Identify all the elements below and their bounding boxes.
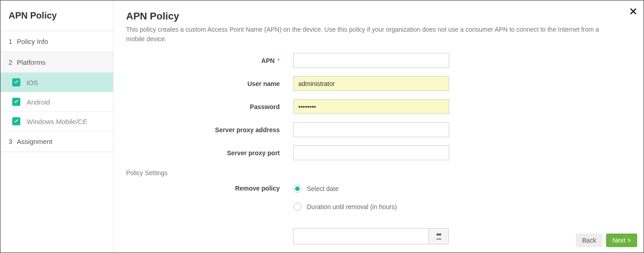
platform-ios[interactable]: iOS <box>0 73 113 92</box>
apn-label: APN * <box>126 57 293 64</box>
radio-checked-icon <box>293 185 301 193</box>
checkbox-checked-icon <box>12 98 20 106</box>
platform-windows[interactable]: Windows Mobile/CE <box>0 112 113 131</box>
step-label: Policy Info <box>17 38 48 45</box>
step-number: 2 <box>9 58 12 66</box>
apn-input[interactable] <box>293 53 449 68</box>
radio-duration[interactable]: Duration until removal (in hours) <box>293 203 449 211</box>
footer-buttons: Back Next > <box>576 234 637 247</box>
radio-label: Duration until removal (in hours) <box>307 203 397 210</box>
policy-settings-heading: Policy Settings <box>126 169 631 177</box>
radio-select-date[interactable]: Select date <box>293 185 449 193</box>
username-input[interactable] <box>293 76 449 91</box>
remove-policy-label: Remove policy <box>126 185 293 192</box>
checkbox-checked-icon <box>12 78 20 86</box>
platform-label: iOS <box>27 79 38 86</box>
next-button[interactable]: Next > <box>606 234 637 247</box>
step-platforms[interactable]: 2 Platforms <box>0 52 113 73</box>
page-title: APN Policy <box>126 10 631 22</box>
main-panel: ✕ APN Policy This policy creates a custo… <box>113 0 644 253</box>
calendar-button[interactable] <box>429 228 449 244</box>
password-input[interactable] <box>293 99 449 114</box>
checkbox-checked-icon <box>12 117 20 125</box>
step-number: 1 <box>9 38 12 45</box>
step-policy-info[interactable]: 1 Policy Info <box>0 31 113 52</box>
proxy-address-input[interactable] <box>293 122 449 137</box>
radio-unchecked-icon <box>293 203 301 211</box>
password-label: Password <box>126 103 293 110</box>
sidebar-title: APN Policy <box>0 0 113 31</box>
radio-label: Select date <box>307 185 338 192</box>
step-label: Assignment <box>17 138 52 145</box>
calendar-icon <box>436 233 442 239</box>
proxy-port-label: Server proxy port <box>126 149 293 157</box>
proxy-port-input[interactable] <box>293 145 449 160</box>
sidebar: APN Policy 1 Policy Info 2 Platforms iOS… <box>0 0 113 253</box>
platform-label: Android <box>27 98 50 106</box>
platform-label: Windows Mobile/CE <box>27 118 87 125</box>
close-icon[interactable]: ✕ <box>629 7 637 17</box>
step-assignment[interactable]: 3 Assignment <box>0 131 113 152</box>
page-description: This policy creates a custom Access Poin… <box>126 25 601 44</box>
date-input[interactable] <box>293 228 429 244</box>
back-button[interactable]: Back <box>576 234 602 247</box>
step-number: 3 <box>9 138 12 145</box>
username-label: User name <box>126 80 293 87</box>
platform-android[interactable]: Android <box>0 92 113 112</box>
step-label: Platforms <box>17 58 45 66</box>
proxy-address-label: Server proxy address <box>126 126 293 134</box>
